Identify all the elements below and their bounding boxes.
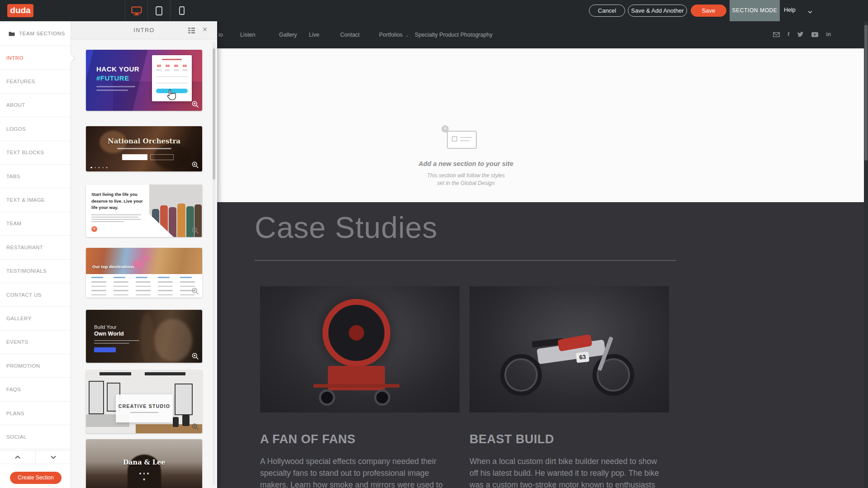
email-icon[interactable] <box>773 31 780 38</box>
thumbnail-art <box>91 214 141 215</box>
sidebar-item-label: GALLERY <box>6 316 32 321</box>
facebook-icon[interactable]: f <box>787 31 789 38</box>
panel-scrollbar-thumb[interactable] <box>213 48 215 180</box>
zoom-preview-icon[interactable] <box>191 352 199 360</box>
sidebar-item[interactable]: RESTAURANT <box>0 236 71 259</box>
case-study-title: A FAN OF FANS <box>260 432 460 446</box>
thumbnail-art <box>100 372 131 375</box>
countdown-digit: 88 <box>173 64 179 68</box>
sidebar-item[interactable]: CONTACT US <box>0 283 71 307</box>
sidebar-item-label: CONTACT US <box>6 292 42 298</box>
thumbnail-art <box>156 89 188 93</box>
chevron-down-icon[interactable] <box>808 7 812 15</box>
panel-scrollbar[interactable] <box>213 42 215 486</box>
create-section-button[interactable]: Create Section <box>10 472 62 484</box>
sidebar-section-list: INTRO FEATURES ABOUT LOGOS TEXT BLOCKS T… <box>0 46 71 449</box>
case-study-image-bike: 63 <box>470 286 669 412</box>
zoom-preview-icon[interactable] <box>191 227 199 234</box>
thumbnail-art <box>142 255 150 261</box>
site-nav-item[interactable]: io <box>218 32 223 38</box>
image-art <box>319 389 335 406</box>
sidebar-item[interactable]: PLANS <box>0 402 71 425</box>
scroll-down-button[interactable] <box>36 450 71 464</box>
site-nav-item[interactable]: Live <box>309 32 319 38</box>
case-study-body: When a local custom dirt bike builder ne… <box>470 455 665 488</box>
template-thumbnail-hack-your-future[interactable]: HACK YOUR #FUTURE 88 88 88 88 <box>86 50 202 111</box>
youtube-icon[interactable] <box>811 31 818 38</box>
sidebar-item[interactable]: TEAM <box>0 212 71 236</box>
scroll-up-button[interactable] <box>0 450 36 464</box>
page-scrollbar[interactable] <box>864 21 868 488</box>
sidebar-item[interactable]: TEXT BLOCKS <box>0 141 71 165</box>
thumbnail-text: CREATIVE STUDIO <box>116 394 173 422</box>
site-nav-item[interactable]: Listen <box>240 32 255 38</box>
template-thumbnail-top-destinations[interactable]: Our top destinations <box>86 248 202 298</box>
list-view-icon[interactable] <box>188 27 195 35</box>
save-button[interactable]: Save <box>691 5 726 17</box>
thumbnail-art <box>94 347 116 352</box>
folder-icon <box>9 31 15 36</box>
sidebar-item[interactable]: INTRO <box>0 46 71 70</box>
thumbnail-art <box>156 83 188 83</box>
chevron-down-icon: ⌄ <box>405 33 409 38</box>
thumbnail-text: HACK YOUR #FUTURE <box>96 65 139 91</box>
sidebar-item[interactable]: FAQS <box>0 378 71 401</box>
sidebar-item[interactable]: GALLERY <box>0 307 71 330</box>
twitter-icon[interactable] <box>797 31 804 38</box>
template-thumbnail-national-orchestra[interactable]: National Orchestra <box>86 126 202 171</box>
zoom-preview-icon[interactable] <box>191 287 199 295</box>
template-thumbnail-dana-and-lee[interactable]: Dana & Lee ▾ <box>86 439 202 488</box>
sidebar-item-label: TEXT BLOCKS <box>6 150 44 155</box>
thumbnail-title: Our top destinations <box>92 264 134 269</box>
image-art <box>593 354 634 396</box>
template-thumbnail-build-your-own-world[interactable]: Build Your Own World <box>86 310 202 363</box>
thumbnail-art <box>177 204 185 237</box>
desktop-icon <box>131 6 142 15</box>
sidebar-item[interactable]: TESTIMONIALS <box>0 260 71 283</box>
desktop-preview-button[interactable] <box>125 0 147 21</box>
site-nav-item[interactable]: Contact <box>340 32 360 38</box>
divider <box>255 260 676 261</box>
sidebar-item[interactable]: SOCIAL <box>0 425 71 449</box>
thumbnail-photo: Our top destinations <box>86 248 202 274</box>
sidebar-item-label: FAQS <box>6 387 21 392</box>
sidebar-item[interactable]: EVENTS <box>0 331 71 354</box>
close-icon[interactable]: ✕ <box>202 26 208 33</box>
help-menu[interactable]: Help <box>784 7 796 13</box>
mobile-preview-button[interactable] <box>170 0 193 21</box>
site-nav-item[interactable]: Specialty Product Photography <box>415 32 493 38</box>
zoom-preview-icon[interactable] <box>191 161 199 169</box>
cancel-button[interactable]: Cancel <box>589 5 625 17</box>
template-thumbnail-start-living[interactable]: Start living the life you deserve to liv… <box>86 185 202 237</box>
chevron-down-icon: ▾ <box>86 477 202 482</box>
sidebar-item[interactable]: ABOUT <box>0 94 71 117</box>
sidebar-item[interactable]: FEATURES <box>0 70 71 93</box>
sidebar-item-label: TABS <box>6 174 20 179</box>
site-nav-item[interactable]: Gallery <box>279 32 297 38</box>
tablet-preview-button[interactable] <box>147 0 170 21</box>
site-nav-item-label: Portfolios <box>379 32 403 38</box>
sidebar-item[interactable]: PROMOTION <box>0 354 71 378</box>
template-thumbnail-creative-studio[interactable]: CREATIVE STUDIO <box>86 370 202 433</box>
duda-logo[interactable]: duda <box>7 4 33 17</box>
thumbnail-art <box>91 219 141 220</box>
sidebar-item-label: PLANS <box>6 411 24 416</box>
save-and-add-another-button[interactable]: Save & Add Another <box>628 5 687 17</box>
case-study-title: BEAST BUILD <box>470 432 669 446</box>
section-templates-panel: INTRO ✕ HACK YOUR #FUTURE 88 88 88 88 <box>71 21 217 488</box>
page-scrollbar-thumb[interactable] <box>864 25 868 161</box>
sidebar-item[interactable]: TABS <box>0 165 71 188</box>
linkedin-icon[interactable]: in <box>826 31 831 38</box>
site-nav-item-portfolios[interactable]: Portfolios⌄ <box>379 32 409 38</box>
top-bar: duda Cancel Save & Add Another Save SECT… <box>0 0 868 21</box>
sidebar-item[interactable]: LOGOS <box>0 117 71 141</box>
add-section-dropzone[interactable]: + Add a new section to your site This se… <box>217 48 868 202</box>
sidebar-item[interactable]: TEXT & IMAGE <box>0 188 71 212</box>
sidebar-item-label: ABOUT <box>6 102 25 108</box>
zoom-preview-icon[interactable] <box>191 423 199 431</box>
case-study-card: 63 BEAST BUILD When a local custom dirt … <box>470 286 669 488</box>
thumbnail-art <box>133 260 145 269</box>
sidebar-header: TEAM SECTIONS <box>0 21 71 46</box>
zoom-preview-icon[interactable] <box>191 100 199 108</box>
thumbnail-art <box>91 221 124 222</box>
